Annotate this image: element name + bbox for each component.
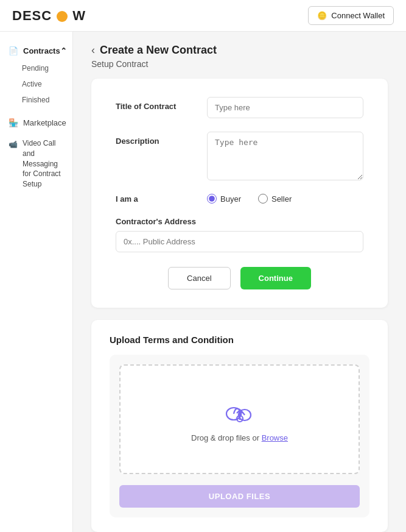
seller-radio[interactable] — [258, 194, 268, 204]
chevron-up-icon — [60, 46, 67, 55]
title-form-group: Title of Contract — [116, 97, 363, 118]
layout: 📄 Contracts Pending Active Finished 🏪 Ma… — [0, 32, 406, 532]
sidebar-contracts-header[interactable]: 📄 Contracts — [0, 41, 72, 60]
logo-lock-icon — [57, 11, 68, 22]
connect-wallet-button[interactable]: 🪙 Connect Wallet — [308, 6, 394, 25]
upload-text: Drog & drop files or Browse — [191, 433, 288, 442]
buyer-label: Buyer — [220, 194, 241, 204]
setup-btn-row: Cancel Continue — [116, 267, 363, 289]
contracts-icon: 📄 — [9, 46, 18, 55]
title-label: Title of Contract — [116, 97, 195, 111]
sidebar-contracts-label: Contracts — [23, 46, 60, 55]
sidebar-item-finished[interactable]: Finished — [17, 92, 72, 108]
buyer-option[interactable]: Buyer — [207, 194, 241, 204]
upload-cloud-icon — [222, 397, 258, 425]
dropzone-text: Drog & drop files or — [191, 433, 262, 442]
marketplace-label: Marketplace — [23, 118, 66, 127]
seller-option[interactable]: Seller — [258, 194, 292, 204]
page-title: Create a New Contract — [100, 44, 217, 57]
description-form-group: Description — [116, 132, 363, 180]
section-subtitle: Setup Contract — [91, 59, 388, 69]
setup-continue-button[interactable]: Continue — [240, 267, 311, 289]
buyer-radio[interactable] — [207, 194, 217, 204]
sidebar-item-marketplace[interactable]: 🏪 Marketplace — [0, 113, 72, 133]
setup-contract-card: Title of Contract Description I am a Buy… — [91, 79, 388, 308]
description-input[interactable] — [207, 132, 363, 180]
wallet-icon: 🪙 — [317, 11, 327, 20]
sidebar-section-contracts: 📄 Contracts Pending Active Finished — [0, 41, 72, 108]
address-label: Contractor's Address — [116, 217, 363, 226]
upload-card: Upload Terms and Condition — [91, 320, 388, 532]
sidebar-item-active[interactable]: Active — [17, 76, 72, 92]
page-title-row: ‹ Create a New Contract — [91, 44, 388, 57]
browse-link[interactable]: Browse — [262, 433, 288, 442]
role-section: I am a Buyer Seller — [116, 194, 363, 204]
connect-wallet-label: Connect Wallet — [331, 11, 385, 20]
title-input[interactable] — [207, 97, 363, 118]
marketplace-icon: 🏪 — [9, 118, 18, 127]
address-input[interactable] — [116, 231, 363, 252]
video-call-icon: 📹 — [9, 140, 18, 150]
sidebar-item-pending[interactable]: Pending — [17, 60, 72, 76]
upload-files-button[interactable]: UPLOAD FILES — [119, 485, 360, 508]
main-content: ‹ Create a New Contract Setup Contract T… — [73, 32, 406, 532]
address-group: Contractor's Address — [116, 217, 363, 252]
upload-dropzone-wrapper: Drog & drop files or Browse UPLOAD FILES — [110, 355, 369, 517]
sidebar-sub-items: Pending Active Finished — [0, 60, 72, 108]
radio-group: Buyer Seller — [207, 194, 292, 204]
seller-label: Seller — [271, 194, 292, 204]
sidebar-item-video-call[interactable]: 📹 Video Call and Messaging for Contract … — [0, 133, 72, 195]
upload-section-title: Upload Terms and Condition — [110, 335, 369, 345]
header: DESC W 🪙 Connect Wallet — [0, 0, 406, 32]
setup-cancel-button[interactable]: Cancel — [168, 267, 230, 289]
back-button[interactable]: ‹ — [91, 44, 95, 57]
upload-dropzone[interactable]: Drog & drop files or Browse — [119, 364, 360, 474]
description-label: Description — [116, 132, 195, 146]
role-label: I am a — [116, 194, 195, 204]
sidebar: 📄 Contracts Pending Active Finished 🏪 Ma… — [0, 32, 73, 532]
logo: DESC W — [12, 8, 86, 24]
video-call-label: Video Call and Messaging for Contract Se… — [23, 138, 64, 190]
